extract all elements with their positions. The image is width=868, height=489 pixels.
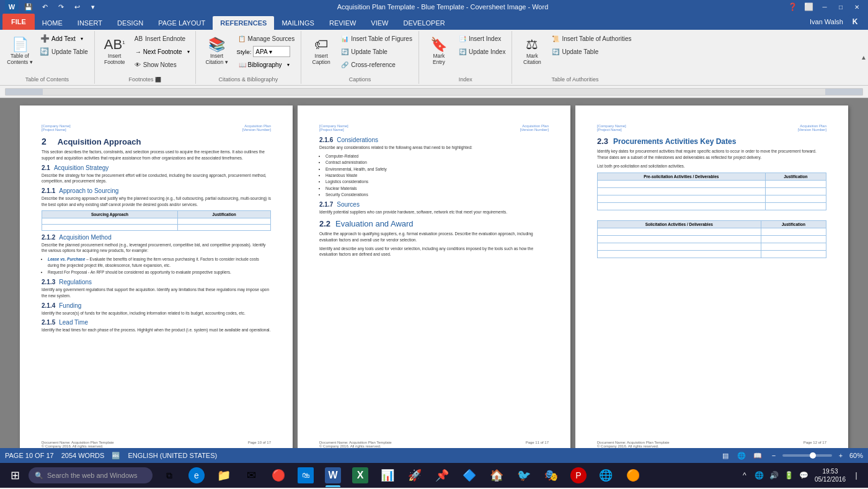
house-app-button[interactable]: 🏠 [484, 464, 510, 487]
music-app-button[interactable]: 🎭 [538, 464, 564, 487]
insert-citation-button[interactable]: 📚 InsertCitation ▾ [200, 32, 234, 71]
show-notes-button[interactable]: 👁 Show Notes [132, 58, 192, 71]
red-app-button[interactable]: P [565, 464, 591, 487]
tab-developer[interactable]: DEVELOPER [396, 16, 452, 30]
table-of-contents-button[interactable]: 📄 Table ofContents ▾ [4, 32, 36, 71]
sub-214-num: 2.1.4 [42, 302, 55, 309]
tab-view[interactable]: VIEW [363, 16, 396, 30]
bibliography-button[interactable]: 📖 Bibliography [236, 58, 285, 71]
minimize-button[interactable]: ─ [818, 2, 831, 12]
globe-app-button[interactable]: 🌐 [593, 464, 619, 487]
spell-check-icon[interactable]: 🔤 [112, 452, 120, 460]
language-indicator[interactable]: ENGLISH (UNITED STATES) [128, 452, 217, 459]
zoom-in-button[interactable]: + [835, 449, 847, 462]
mark-citation-button[interactable]: ⚖ MarkCitation [516, 32, 548, 71]
mail-button[interactable]: ✉ [238, 464, 264, 487]
mail-icon: ✉ [243, 467, 259, 483]
update-table-cap-button[interactable]: 🔄 Update Table [339, 45, 415, 58]
section-23: 2.3 Procurements Activities Key Dates [597, 137, 826, 146]
col-justification-1: Justification [178, 210, 271, 218]
orange-app-button[interactable]: 🟠 [620, 464, 646, 487]
taskbar-search[interactable]: 🔍 Search the web and Windows [29, 467, 153, 483]
tray-area: ^ 🌐 🔊 🔋 💬 19:53 05/12/2016 | [738, 464, 866, 487]
undo-button[interactable]: ↶ [38, 1, 51, 12]
next-fn-arrow[interactable]: ▾ [185, 45, 192, 58]
tab-file[interactable]: FILE [2, 14, 35, 30]
manage-sources-button[interactable]: 📋 Manage Sources [236, 32, 298, 45]
mark-entry-button[interactable]: 🔖 MarkEntry [423, 32, 455, 71]
chrome-button[interactable]: 🔴 [265, 464, 291, 487]
pre-sol-col1: Pre-solicitation Activities / Deliverabl… [598, 173, 766, 181]
bird-app-button[interactable]: 🐦 [511, 464, 537, 487]
add-text-button[interactable]: ➕ Add Text [37, 32, 79, 45]
sub-216-bullets: Computer-Related Contract administration… [326, 153, 549, 199]
ribbon-display-button[interactable]: ⬜ [802, 1, 815, 13]
upd-idx-icon: 🔄 [459, 48, 466, 55]
section-216: 2.1.6 Considerations [319, 137, 549, 143]
start-button[interactable]: ⊞ [2, 464, 27, 487]
view-read-button[interactable]: 📖 [751, 449, 764, 462]
table-row [598, 243, 826, 251]
tray-action-center[interactable]: 💬 [797, 464, 811, 487]
green-app-button[interactable]: 📊 [374, 464, 401, 487]
explorer-button[interactable]: 📁 [211, 464, 237, 487]
update-index-button[interactable]: 🔄 Update Index [456, 45, 508, 58]
endnote-icon: AB [135, 35, 143, 42]
close-button[interactable]: ✕ [851, 2, 863, 12]
ribbon-collapse-button[interactable]: ▲ [861, 54, 867, 61]
tray-network-icon[interactable]: 🌐 [753, 464, 766, 487]
maximize-button[interactable]: □ [835, 2, 847, 12]
repeat-button[interactable]: ↩ [71, 1, 83, 12]
insert-footnote-button[interactable]: AB1 InsertFootnote [99, 32, 131, 71]
customize-qa-button[interactable]: ▾ [87, 1, 99, 12]
edge-button[interactable]: e [184, 464, 210, 487]
update-table-toc-button[interactable]: 🔄 Update Table [37, 45, 91, 58]
view-web-button[interactable]: 🌐 [735, 449, 748, 462]
add-text-arrow[interactable]: ▾ [79, 32, 85, 45]
tray-clock[interactable]: 19:53 05/12/2016 [812, 467, 848, 483]
insert-table-figures-button[interactable]: 📊 Insert Table of Figures [339, 32, 415, 45]
task-view-button[interactable]: ⧉ [156, 464, 182, 487]
tab-page-layout[interactable]: PAGE LAYOUT [151, 16, 213, 30]
next-footnote-button[interactable]: → Next Footnote [132, 45, 185, 58]
blue-app-button[interactable]: 🔷 [456, 464, 482, 487]
user-avatar[interactable]: K [847, 14, 863, 30]
style-combo[interactable]: APA ▾ [253, 46, 290, 57]
insert-authorities-button[interactable]: 📜 Insert Table of Authorities [549, 32, 634, 45]
store-button[interactable]: 🛍 [293, 464, 319, 487]
sub-215-body: Identify the lead times for each phase o… [42, 327, 271, 333]
biblio-arrow[interactable]: ▾ [285, 58, 291, 71]
pin-app-button[interactable]: 📌 [429, 464, 455, 487]
tray-volume-icon[interactable]: 🔊 [768, 464, 781, 487]
biblio-icon: 📖 [239, 61, 246, 68]
sub-23-body1: Identify key dates for procurement activ… [597, 148, 826, 161]
excel-button[interactable]: X [347, 464, 373, 487]
word-taskbar-button[interactable]: W [320, 464, 346, 487]
insert-caption-button[interactable]: 🏷 InsertCaption [305, 32, 337, 71]
word-icon[interactable]: W [5, 0, 19, 14]
insert-index-button[interactable]: 📑 Insert Index [456, 32, 508, 45]
user-name[interactable]: Ivan Walsh [810, 18, 843, 25]
tray-chevron[interactable]: ^ [738, 464, 751, 487]
tab-mailings[interactable]: MAILINGS [274, 16, 322, 30]
redo-button[interactable]: ↷ [55, 1, 67, 12]
tab-insert[interactable]: INSERT [70, 16, 110, 30]
document-area[interactable]: [Company Name][Project Name] Acquisition… [0, 98, 868, 448]
view-print-button[interactable]: ▤ [719, 449, 732, 462]
zoom-thumb[interactable] [810, 452, 816, 459]
show-desktop-button[interactable]: | [849, 464, 863, 487]
tab-design[interactable]: DESIGN [110, 16, 151, 30]
insert-endnote-button[interactable]: AB Insert Endnote [132, 32, 192, 45]
help-button[interactable]: ❓ [786, 1, 799, 13]
tab-review[interactable]: REVIEW [322, 16, 363, 30]
save-button[interactable]: 💾 [22, 1, 35, 12]
zoom-slider[interactable] [782, 454, 832, 457]
zoom-out-button[interactable]: − [768, 449, 780, 462]
tab-home[interactable]: HOME [35, 16, 70, 30]
tray-battery-icon[interactable]: 🔋 [782, 464, 796, 487]
section-2-num: 2 [42, 137, 46, 146]
tab-references[interactable]: REFERENCES [213, 16, 274, 30]
teal-app-button[interactable]: 🚀 [402, 464, 428, 487]
update-table-auth-button[interactable]: 🔄 Update Table [549, 45, 634, 58]
cross-reference-button[interactable]: 🔗 Cross-reference [339, 58, 415, 71]
